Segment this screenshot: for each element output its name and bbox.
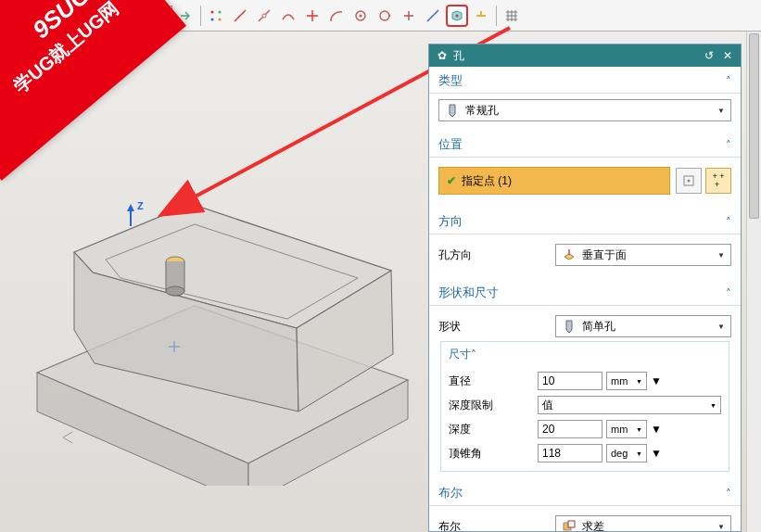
normal-face-icon <box>562 247 577 262</box>
snap-quadrant-icon[interactable] <box>374 5 396 27</box>
snap-intersect-icon[interactable] <box>301 5 323 27</box>
specify-point-field[interactable]: ✔ 指定点 (1) <box>438 167 670 195</box>
specify-point-label: 指定点 (1) <box>462 173 512 189</box>
section-boolean-label: 布尔 <box>438 485 463 501</box>
snap-end-icon[interactable] <box>229 5 251 27</box>
svg-point-9 <box>456 14 459 17</box>
chevron-up-icon: ˄ <box>726 216 731 228</box>
hole-type-icon <box>445 103 460 118</box>
depthlimit-value: 值 <box>542 398 553 413</box>
hole-type-combo[interactable]: 常规孔 ▼ <box>438 99 731 121</box>
svg-point-1 <box>219 10 222 13</box>
hole-direction-label: 孔方向 <box>438 247 550 263</box>
model-preview <box>9 87 417 486</box>
depth-unit-dropdown[interactable]: mm▼ <box>606 420 647 438</box>
shape-value: 简单孔 <box>582 319 615 335</box>
section-position-label: 位置 <box>438 136 463 153</box>
dialog-titlebar[interactable]: ✿ 孔 ↺ ✕ <box>429 44 741 67</box>
depthlimit-label: 深度限制 <box>449 398 534 413</box>
section-shape-label: 形状和尺寸 <box>438 285 499 301</box>
gear-icon[interactable]: ✿ <box>435 48 450 63</box>
chevron-down-icon: ▼ <box>717 251 725 260</box>
snap-curve-icon[interactable] <box>277 5 299 27</box>
vertical-scrollbar[interactable] <box>746 32 761 532</box>
svg-point-0 <box>211 10 214 13</box>
section-position-header[interactable]: 位置 ˄ <box>429 131 741 158</box>
chevron-down-icon: ▼ <box>717 107 725 115</box>
svg-point-3 <box>219 18 222 20</box>
toolbar-separator <box>496 6 497 26</box>
chevron-down-icon[interactable]: ▼ <box>651 447 660 460</box>
section-direction-label: 方向 <box>438 213 463 230</box>
hole-dialog: ✿ 孔 ↺ ✕ 类型 ˄ 常规孔 ▼ 位置 ˄ ✔ 指定点 (1) <box>428 44 742 532</box>
diameter-unit-dropdown[interactable]: mm▼ <box>606 372 647 390</box>
chevron-up-icon: ˄ <box>726 287 731 299</box>
section-boolean-body: 布尔 求差 ▼ <box>429 506 741 531</box>
sketch-point-button[interactable] <box>676 168 702 194</box>
tipangle-unit-dropdown[interactable]: deg▼ <box>606 444 647 462</box>
section-shape-header[interactable]: 形状和尺寸 ˄ <box>429 279 741 306</box>
snap-arc-icon[interactable] <box>325 5 348 27</box>
svg-rect-8 <box>388 15 390 17</box>
svg-point-4 <box>262 14 266 18</box>
section-shape-body: 形状 简单孔 ▼ 尺寸 ˄ 直径 mm▼ ▼ <box>429 306 741 479</box>
section-type-label: 类型 <box>438 72 463 89</box>
chevron-down-icon[interactable]: ▼ <box>651 423 660 436</box>
section-position-body: ✔ 指定点 (1) + + + <box>429 158 741 208</box>
snap-extra-icon[interactable] <box>470 5 492 27</box>
check-icon: ✔ <box>447 174 456 187</box>
snap-edge-icon[interactable] <box>422 5 444 27</box>
diameter-input[interactable] <box>538 372 602 390</box>
close-icon[interactable]: ✕ <box>720 48 735 63</box>
snap-center-icon[interactable] <box>349 5 372 27</box>
hole-direction-combo[interactable]: 垂直于面 ▼ <box>555 244 731 266</box>
tipangle-input[interactable] <box>538 444 602 462</box>
chevron-down-icon: ▼ <box>717 523 725 531</box>
svg-point-6 <box>360 14 362 17</box>
svg-point-11 <box>166 286 184 296</box>
hole-type-value: 常规孔 <box>465 103 499 119</box>
depth-input[interactable] <box>538 420 602 438</box>
section-direction-body: 孔方向 垂直于面 ▼ <box>429 234 741 279</box>
shape-combo[interactable]: 简单孔 ▼ <box>555 315 731 337</box>
chevron-up-icon: ˄ <box>726 139 731 151</box>
boolean-combo[interactable]: 求差 ▼ <box>555 515 731 531</box>
z-axis-label: Z <box>137 200 144 211</box>
subtract-icon <box>562 519 577 531</box>
svg-point-2 <box>211 18 214 20</box>
diameter-label: 直径 <box>449 374 534 389</box>
section-type-header[interactable]: 类型 ˄ <box>429 67 741 94</box>
hole-direction-value: 垂直于面 <box>582 247 627 263</box>
boolean-label: 布尔 <box>438 519 550 532</box>
dimensions-header[interactable]: 尺寸 ˄ <box>441 342 729 367</box>
dimensions-label: 尺寸 <box>449 347 471 362</box>
chevron-up-icon: ˄ <box>471 348 476 361</box>
add-point-button[interactable]: + + + <box>705 168 731 194</box>
section-boolean-header[interactable]: 布尔 ˄ <box>429 479 741 506</box>
toolbar-separator <box>200 6 201 26</box>
section-direction-header[interactable]: 方向 ˄ <box>429 208 741 234</box>
grid-icon[interactable] <box>501 5 523 27</box>
shape-label: 形状 <box>438 319 550 335</box>
chevron-down-icon[interactable]: ▼ <box>651 374 660 387</box>
svg-point-7 <box>380 11 389 20</box>
scrollbar-thumb[interactable] <box>749 33 759 219</box>
snap-mid-icon[interactable] <box>253 5 275 27</box>
boolean-value: 求差 <box>582 519 604 532</box>
z-axis-icon <box>130 206 132 226</box>
depthlimit-dropdown[interactable]: 值▼ <box>538 396 721 414</box>
snap-plus-icon[interactable] <box>398 5 420 27</box>
tipangle-label: 顶锥角 <box>449 446 534 462</box>
chevron-down-icon: ▼ <box>717 323 725 331</box>
depth-label: 深度 <box>449 422 534 437</box>
snap-points-icon[interactable] <box>205 5 227 27</box>
chevron-up-icon: ˄ <box>726 75 731 87</box>
reset-icon[interactable]: ↺ <box>702 48 717 63</box>
chevron-up-icon: ˄ <box>726 488 731 500</box>
svg-rect-16 <box>568 521 575 527</box>
svg-point-14 <box>688 180 691 183</box>
dialog-title: 孔 <box>453 48 464 64</box>
section-type-body: 常规孔 ▼ <box>429 94 741 131</box>
point-on-face-icon[interactable] <box>446 5 468 27</box>
simple-hole-icon <box>562 319 577 334</box>
